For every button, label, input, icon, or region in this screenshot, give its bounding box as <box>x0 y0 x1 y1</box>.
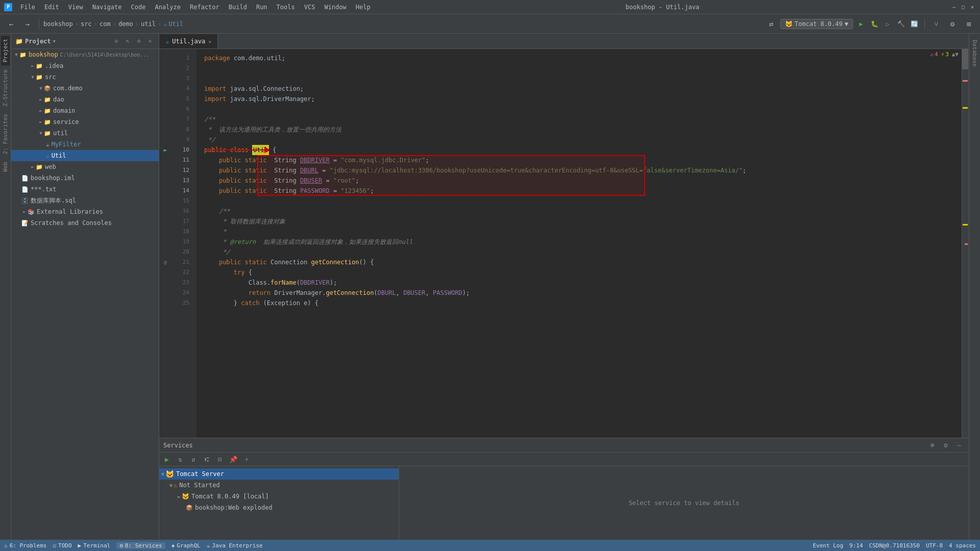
toolbar-forward-btn[interactable]: → <box>20 17 35 31</box>
debug-button[interactable]: 🐛 <box>868 18 880 30</box>
left-tabs: Project Z-Structure 2: Favorites Web <box>0 34 11 540</box>
toolbar-back-btn[interactable]: ← <box>4 17 18 31</box>
toolbar-sync-btn[interactable]: 🔄 <box>908 18 920 30</box>
tab-close-btn[interactable]: ✕ <box>208 39 211 44</box>
sync-btn[interactable]: ⊙ <box>112 37 121 46</box>
status-services-tab[interactable]: ⚙ 8: Services <box>116 542 165 549</box>
menu-refactor[interactable]: Refactor <box>186 3 224 12</box>
tree-item-util-class[interactable]: ☕ Util <box>11 150 159 161</box>
svc-collapse-all-btn[interactable]: ⇅ <box>175 454 186 465</box>
tree-item-service[interactable]: ► 📁 service <box>11 116 159 128</box>
tree-item-util[interactable]: ▼ 📁 util <box>11 128 159 139</box>
breadcrumb-util-class[interactable]: ☕Util <box>163 20 183 28</box>
close-panel-btn[interactable]: ✕ <box>145 37 155 46</box>
breadcrumb-com[interactable]: com <box>100 20 111 28</box>
left-vtab-favorites[interactable]: 2: Favorites <box>1 111 10 157</box>
menu-build[interactable]: Build <box>225 3 251 12</box>
menu-run[interactable]: Run <box>252 3 272 12</box>
left-vtab-structure[interactable]: Z-Structure <box>1 66 10 110</box>
services-header: Services ⊕ ⚙ — <box>159 438 969 453</box>
collapse-all-btn[interactable]: ⇱ <box>123 37 132 46</box>
breadcrumb-util[interactable]: util <box>141 20 156 28</box>
svc-item-tomcat-local[interactable]: ► 🐱 Tomcat 8.0.49 [local] <box>159 491 399 502</box>
maximize-button[interactable]: □ <box>960 4 967 11</box>
svc-item-not-started[interactable]: ▼ ⚠ Not Started <box>159 480 399 491</box>
code-line-25: } catch (Exception e) { <box>196 298 962 308</box>
status-java-ent[interactable]: ☕ Java Enterprise <box>207 542 263 549</box>
status-problems[interactable]: ⚠ 6: Problems <box>4 542 46 549</box>
toolbar-build-btn[interactable]: 🔨 <box>895 18 907 30</box>
menu-window[interactable]: Window <box>320 3 350 12</box>
toolbar-navigate-btn[interactable]: ⇄ <box>764 17 778 31</box>
settings-btn[interactable]: ⚙ <box>134 37 143 46</box>
toolbar-settings-btn[interactable]: ⚙ <box>945 17 960 31</box>
tree-item-ext-libs[interactable]: ► 📚 External Libraries <box>11 206 159 217</box>
svc-group-btn[interactable]: ⑆ <box>201 454 212 465</box>
editor-container[interactable]: ► @ 1 2 3 4 <box>159 49 969 438</box>
close-button[interactable]: ✕ <box>969 4 976 11</box>
status-encoding[interactable]: UTF-8 <box>926 542 943 549</box>
svc-add-btn[interactable]: ＋ <box>241 454 252 465</box>
breadcrumb-src[interactable]: src <box>81 20 92 28</box>
svc-pin-btn[interactable]: 📌 <box>228 454 239 465</box>
menu-file[interactable]: File <box>16 3 39 12</box>
tree-item-com-demo[interactable]: ▼ 📦 com.demo <box>11 83 159 94</box>
svc-expand-all-btn[interactable]: ⇵ <box>188 454 199 465</box>
svc-run-btn[interactable]: ▶ <box>161 454 173 465</box>
tree-item-src[interactable]: ▼ 📁 src <box>11 71 159 83</box>
window-title: bookshop - Util.java <box>626 4 700 11</box>
svc-item-bookshop-web[interactable]: 📦 bookshop:Web exploded <box>159 502 399 513</box>
expand-errors-btn[interactable]: ▲▼ <box>952 51 959 58</box>
services-detail-area: Select service to view details <box>399 466 969 540</box>
tree-item-scratches[interactable]: 📝 Scratches and Consoles <box>11 217 159 229</box>
left-vtab-project[interactable]: Project <box>1 36 10 65</box>
status-git[interactable]: CSDN@0.71016350 <box>869 542 920 549</box>
tree-item-idea[interactable]: ► 📁 .idea <box>11 60 159 71</box>
breadcrumb-bookshop[interactable]: bookshop <box>43 20 73 28</box>
line-gutter: ► @ <box>159 49 172 438</box>
left-vtab-web[interactable]: Web <box>1 159 10 175</box>
minimize-button[interactable]: — <box>950 4 958 11</box>
services-settings-btn[interactable]: ⚙ <box>940 440 951 451</box>
code-area[interactable]: javayms.github.io javayms.github.io java… <box>196 49 962 438</box>
run-button[interactable]: ▶ <box>855 18 867 30</box>
scroll-thumb[interactable] <box>962 49 968 69</box>
code-line-20: */ <box>196 247 962 257</box>
code-line-1: package com.demo.util; <box>196 53 962 63</box>
menu-help[interactable]: Help <box>352 3 375 12</box>
status-terminal[interactable]: ▶ Terminal <box>78 542 111 549</box>
status-todo[interactable]: ☑ TODO <box>53 542 71 549</box>
status-event-log[interactable]: Event Log <box>813 542 843 549</box>
menu-vcs[interactable]: VCS <box>300 3 320 12</box>
menu-analyze[interactable]: Analyze <box>151 3 185 12</box>
svc-filter-btn[interactable]: ⊟ <box>214 454 226 465</box>
menu-edit[interactable]: Edit <box>40 3 63 12</box>
breadcrumb-demo[interactable]: demo <box>118 20 133 28</box>
status-graphql[interactable]: ◈ GraphQL <box>172 542 201 549</box>
svc-item-tomcat-server[interactable]: ▼ 🐱 Tomcat Server <box>159 468 399 480</box>
menu-tools[interactable]: Tools <box>273 3 299 12</box>
menu-view[interactable]: View <box>64 3 87 12</box>
status-line-sep[interactable]: 4 spaces <box>949 542 976 549</box>
tree-item-bookshop[interactable]: ▼ 📁 bookshop C:\Users\51414\Desktop\boo.… <box>11 49 159 60</box>
code-line-3 <box>196 73 962 84</box>
services-maximize-btn[interactable]: ⊕ <box>927 440 938 451</box>
menu-navigate[interactable]: Navigate <box>88 3 126 12</box>
right-tab-database[interactable]: Database <box>970 36 979 71</box>
editor-tab-util[interactable]: ☕ Util.java ✕ <box>159 34 218 48</box>
services-hide-btn[interactable]: — <box>953 440 965 451</box>
toolbar-layout-btn[interactable]: ⊞ <box>962 17 976 31</box>
run-coverage-btn[interactable]: ▷ <box>881 18 894 30</box>
run-config-selector[interactable]: 🐱 Tomcat 8.0.49 ▼ <box>780 19 853 29</box>
tree-item-web[interactable]: ► 📁 web <box>11 161 159 172</box>
gutter-expand-9[interactable]: ► <box>159 145 172 155</box>
tree-item-myfilter[interactable]: ☕ MyFilter <box>11 139 159 150</box>
tree-item-domain[interactable]: ► 📁 domain <box>11 105 159 116</box>
toolbar: ← → bookshop › src › com › demo › util ›… <box>0 14 980 34</box>
menu-code[interactable]: Code <box>127 3 150 12</box>
tree-item-dao[interactable]: ► 📁 dao <box>11 94 159 105</box>
toolbar-vcs-btn[interactable]: ⑂ <box>929 17 943 31</box>
tree-item-txt[interactable]: 📄 ***.txt <box>11 184 159 195</box>
tree-item-sql[interactable]: 🗄️ 数据库脚本.sql <box>11 195 159 206</box>
tree-item-iml[interactable]: 📄 bookshop.iml <box>11 172 159 184</box>
